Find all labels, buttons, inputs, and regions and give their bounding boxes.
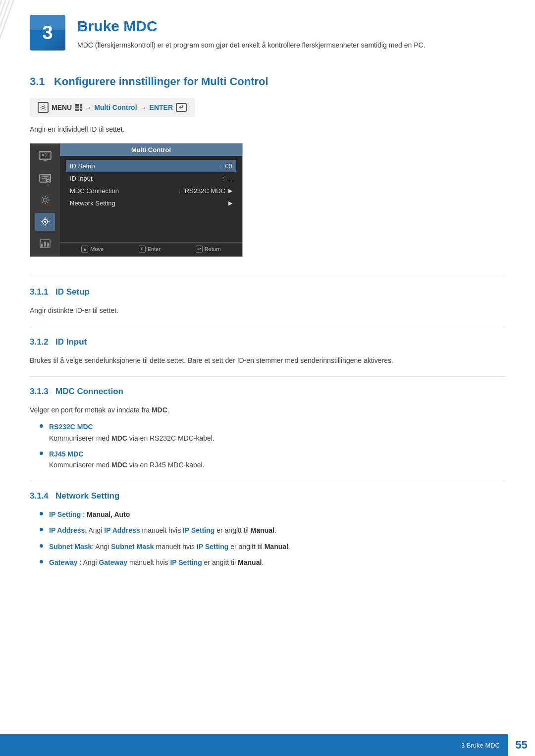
id-setup-label: ID Setup <box>70 162 215 170</box>
panel-sidebar-icon-1 <box>35 148 55 165</box>
svg-rect-15 <box>44 242 46 247</box>
panel-footer-return: ↩ Return <box>196 246 221 252</box>
page-number: 55 <box>508 734 535 756</box>
svg-rect-14 <box>41 244 43 247</box>
subsection-3-1-2-number: 3.1.2 <box>30 337 49 347</box>
subsection-3-1-4: 3.1.4 Network Setting IP Setting : Manua… <box>0 481 535 578</box>
rs232c-term: RS232C MDC <box>49 423 93 431</box>
manual-ref-2: Manual <box>265 543 288 551</box>
gateway-content: Gateway : Angi Gateway manuelt hvis IP S… <box>49 557 505 568</box>
subsection-3-1-2-header: 3.1.2 ID Input <box>30 337 505 349</box>
manual-ref-1: Manual <box>251 526 274 534</box>
list-item-rj45: RJ45 MDC Kommuniserer med MDC via en RJ4… <box>30 449 505 471</box>
panel-menu-item-mdc-connection: MDC Connection : RS232C MDC ▶ <box>66 185 236 197</box>
section-intro: Angir en individuell ID til settet. <box>30 124 505 135</box>
gateway-term2: Gateway <box>99 558 127 566</box>
svg-rect-3 <box>44 160 47 161</box>
bullet-ip-setting <box>40 512 43 515</box>
subsection-3-1-1: 3.1.1 ID Setup Angir distinkte ID-er til… <box>0 277 535 327</box>
arrow-1: → <box>85 104 91 111</box>
mdc-bold-2: MDC <box>111 434 127 442</box>
subsection-3-1-4-title: Network Setting <box>55 491 119 501</box>
multi-control-panel: Multi Control ID Setup : 00 ID Input : -… <box>30 143 243 257</box>
return-icon: ↩ <box>196 246 203 252</box>
ip-setting-ref-3: IP Setting <box>170 558 202 566</box>
panel-sidebar <box>30 144 60 256</box>
bullet-rs232c <box>40 424 43 428</box>
panel-sidebar-icon-3 <box>35 191 55 209</box>
enter-icon: ↵ <box>176 103 187 112</box>
svg-rect-16 <box>47 243 49 247</box>
ip-setting-term: IP Setting <box>49 510 81 518</box>
svg-rect-2 <box>42 159 48 160</box>
subsection-3-1-3-number: 3.1.3 <box>30 387 49 396</box>
move-label: Move <box>90 246 104 252</box>
mdc-connection-arrow: ▶ <box>228 188 232 194</box>
rs232c-desc: Kommuniserer med MDC via en RS232C MDC-k… <box>49 433 505 444</box>
menu-instruction: MENU → Multi Control → ENTER ↵ <box>30 98 195 117</box>
ip-setting-values: Manual, Auto <box>87 510 130 518</box>
list-item-rs232c: RS232C MDC Kommuniserer med MDC via en R… <box>30 421 505 444</box>
rj45-content: RJ45 MDC Kommuniserer med MDC via en RJ4… <box>49 449 505 471</box>
decorative-stripes <box>0 0 20 50</box>
chapter-title: Bruke MDC <box>77 18 426 35</box>
panel-menu-list: ID Setup : 00 ID Input : -- MDC Connecti… <box>60 156 242 238</box>
arrow-2: → <box>140 104 147 111</box>
ip-address-term: IP Address <box>49 526 85 534</box>
svg-point-0 <box>42 106 45 109</box>
page-footer: 3 Bruke MDC 55 <box>0 734 535 756</box>
network-setting-value: ▶ <box>228 200 232 206</box>
svg-point-12 <box>44 221 46 223</box>
subsection-3-1-3-title: MDC Connection <box>55 387 123 396</box>
settings-icon <box>38 102 49 113</box>
section-3-1-header: 3.1 Konfigurere innstillinger for Multi … <box>30 75 505 88</box>
ip-setting-ref-2: IP Setting <box>197 543 228 551</box>
subnet-mask-content: Subnet Mask: Angi Subnet Mask manuelt hv… <box>49 541 505 552</box>
move-icon: ▲ <box>81 246 88 252</box>
panel-footer: ▲ Move E Enter ↩ Return <box>60 242 242 255</box>
panel-menu-item-id-setup: ID Setup : 00 <box>66 160 236 172</box>
manual-ref-3: Manual <box>238 558 262 566</box>
subsection-3-1-4-header: 3.1.4 Network Setting <box>30 491 505 503</box>
panel-sidebar-icon-2 <box>35 169 55 187</box>
panel-title: Multi Control <box>60 144 242 156</box>
enter-footer-label: Enter <box>148 246 160 252</box>
list-item-subnet-mask: Subnet Mask: Angi Subnet Mask manuelt hv… <box>30 541 505 552</box>
subsection-3-1-2: 3.1.2 ID Input Brukes til å velge sendef… <box>0 327 535 377</box>
panel-menu-item-network-setting: Network Setting ▶ <box>66 197 236 209</box>
ip-setting-sep: : <box>81 510 87 518</box>
section-3-1: 3.1 Konfigurere innstillinger for Multi … <box>0 60 535 276</box>
panel-main-content: Multi Control ID Setup : 00 ID Input : -… <box>60 144 242 256</box>
rj45-term: RJ45 MDC <box>49 450 83 458</box>
multi-control-label: Multi Control <box>94 103 137 111</box>
mdc-connection-list: RS232C MDC Kommuniserer med MDC via en R… <box>30 421 505 471</box>
mdc-bold-1: MDC <box>152 406 167 414</box>
section-3-1-title: Konfigurere innstillinger for Multi Cont… <box>54 75 268 88</box>
panel-sidebar-icon-4 <box>35 213 55 231</box>
network-setting-list: IP Setting : Manual, Auto IP Address: An… <box>30 509 505 568</box>
panel-footer-enter: E Enter <box>139 246 160 252</box>
subsection-3-1-1-header: 3.1.1 ID Setup <box>30 287 505 299</box>
ip-address-term2: IP Address <box>104 526 140 534</box>
chapter-header: 3 Bruke MDC MDC (flerskjermskontroll) er… <box>0 0 535 60</box>
svg-point-10 <box>43 198 47 202</box>
list-item-ip-address: IP Address: Angi IP Address manuelt hvis… <box>30 525 505 536</box>
subsection-3-1-2-title: ID Input <box>55 337 87 347</box>
id-setup-value: 00 <box>225 162 232 170</box>
panel-menu-item-id-input: ID Input : -- <box>66 172 236 185</box>
subsection-3-1-3-header: 3.1.3 MDC Connection <box>30 387 505 399</box>
bullet-gateway <box>40 560 43 563</box>
svg-point-5 <box>42 153 45 156</box>
section-3-1-number: 3.1 <box>30 75 45 88</box>
panel-sidebar-icon-5 <box>35 235 55 252</box>
subsection-3-1-1-title: ID Setup <box>55 287 90 297</box>
list-item-ip-setting: IP Setting : Manual, Auto <box>30 509 505 520</box>
list-item-gateway: Gateway : Angi Gateway manuelt hvis IP S… <box>30 557 505 568</box>
ip-address-content: IP Address: Angi IP Address manuelt hvis… <box>49 525 505 536</box>
enter-footer-icon: E <box>139 246 146 252</box>
ip-setting-content: IP Setting : Manual, Auto <box>49 509 505 520</box>
mdc-connection-label: MDC Connection <box>70 187 175 195</box>
subsection-3-1-3-intro: Velger en port for mottak av inndata fra… <box>30 404 505 416</box>
menu-label: MENU <box>52 103 72 111</box>
panel-menu-item-empty-1 <box>66 209 236 222</box>
